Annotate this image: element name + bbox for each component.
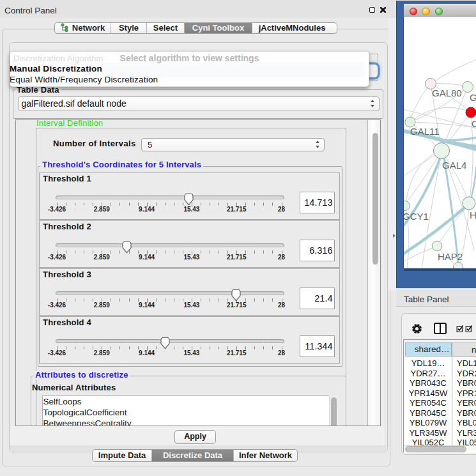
svg-text:GAL11: GAL11 [410, 126, 440, 137]
svg-text:GAL4: GAL4 [442, 160, 466, 171]
svg-text:H: H [470, 210, 476, 220]
svg-text:C: C [472, 118, 476, 129]
svg-text:GCY1: GCY1 [404, 211, 429, 222]
svg-text:HAP2: HAP2 [438, 251, 463, 262]
svg-text:GAL80: GAL80 [432, 88, 462, 98]
svg-text:GA: GA [470, 92, 476, 103]
